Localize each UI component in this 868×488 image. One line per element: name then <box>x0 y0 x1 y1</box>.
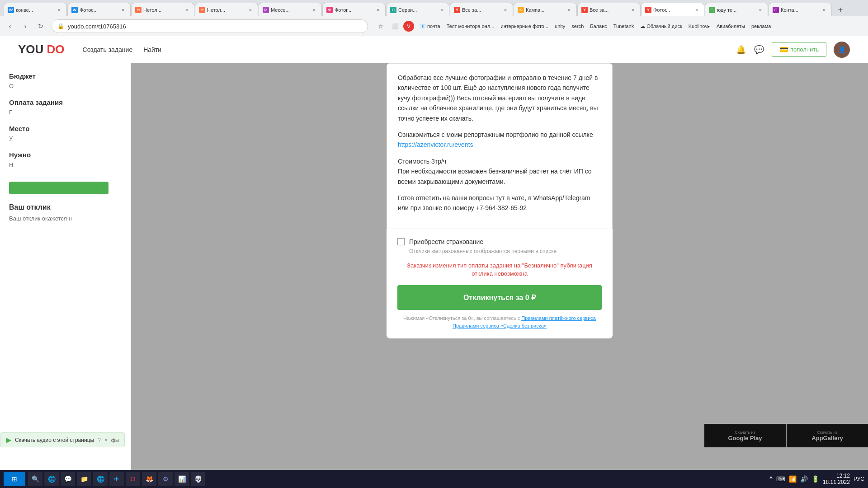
tab-label-10: Все за... <box>590 7 609 13</box>
taskbar-opera[interactable]: O <box>126 472 140 486</box>
tab-10[interactable]: Y Все за... × <box>577 3 641 16</box>
taskbar-discord[interactable]: ⚙ <box>158 472 173 486</box>
tray-keyboard[interactable]: ⌨ <box>776 475 785 483</box>
tray-chevron[interactable]: ^ <box>769 475 773 483</box>
reload-button[interactable]: ↻ <box>34 20 47 33</box>
create-task-link[interactable]: Создать задание <box>83 46 133 53</box>
taskbar-app1[interactable]: 📊 <box>175 472 189 486</box>
user-avatar[interactable]: 👤 <box>834 42 850 58</box>
find-link[interactable]: Найти <box>143 46 161 53</box>
portfolio-link[interactable]: https://azenvictor.ru/events <box>398 141 473 148</box>
tab-favicon-11: Y <box>645 7 651 13</box>
tab-close-1[interactable]: × <box>56 6 63 14</box>
taskbar-whatsapp[interactable]: 💬 <box>61 472 75 486</box>
tab-8[interactable]: Y Все за... × <box>450 3 513 16</box>
tab-close-3[interactable]: × <box>183 6 190 14</box>
taskbar-firefox[interactable]: 🦊 <box>142 472 156 486</box>
bookmark-mail[interactable]: 📧 почта <box>417 23 443 30</box>
taskbar-browser[interactable]: 🌐 <box>44 472 59 486</box>
messages-icon[interactable]: 💬 <box>754 44 764 55</box>
back-button[interactable]: ‹ <box>4 20 16 33</box>
youdo-logo[interactable]: YOU DO <box>18 42 65 56</box>
tab-2[interactable]: W Фотос... × <box>67 3 131 16</box>
tray-network[interactable]: 📶 <box>789 475 797 483</box>
bookmark-kuplinov[interactable]: Kuplinov▸ <box>686 23 713 30</box>
insurance-checkbox[interactable] <box>397 238 405 245</box>
budget-value: О <box>9 83 122 89</box>
tab-close-2[interactable]: × <box>119 6 127 14</box>
notifications-icon[interactable]: 🔔 <box>736 44 746 55</box>
response-modal: Обработаю все лучшие фотографии и отправ… <box>387 63 613 338</box>
taskbar-search[interactable]: 🔍 <box>28 472 42 486</box>
payment-value: Г <box>9 109 122 116</box>
tab-close-8[interactable]: × <box>502 6 509 14</box>
tab-11[interactable]: Y Фотог... × <box>641 3 704 16</box>
tab-6[interactable]: Ф Фотог... × <box>322 3 386 16</box>
bookmark-serch[interactable]: serch <box>569 23 586 30</box>
taskbar-app2[interactable]: 💀 <box>191 472 205 486</box>
terms-link1[interactable]: Правилами платёжного сервиса <box>521 315 596 321</box>
bookmark-cloud[interactable]: ☁ Облачный диск <box>637 23 685 30</box>
tab-label-8: Все за... <box>462 7 481 13</box>
tab-3[interactable]: Н Нетол... × <box>131 3 194 16</box>
browser-chrome: W конве... × W Фотос... × Н Нетол... × Н… <box>0 0 868 36</box>
tab-12[interactable]: G юду те... × <box>705 3 768 16</box>
tab-close-6[interactable]: × <box>374 6 382 14</box>
tab-1[interactable]: W конве... × <box>4 3 67 16</box>
audio-bar-close[interactable]: × <box>104 437 108 443</box>
your-response-title: Ваш отклик <box>9 203 122 211</box>
extensions-button[interactable]: ⬜ <box>389 20 401 33</box>
profile-button[interactable]: V <box>403 21 414 32</box>
audio-play-icon: ▶ <box>6 436 11 444</box>
address-bar[interactable]: 🔒 youdo.com/t10765316 <box>52 19 368 33</box>
tab-favicon-12: G <box>709 7 715 13</box>
bookmark-balance[interactable]: Баланс <box>587 23 609 30</box>
forward-button[interactable]: › <box>19 20 32 33</box>
tab-13[interactable]: C Конта... × <box>769 3 832 16</box>
tab-7[interactable]: С Серви... × <box>386 3 449 16</box>
tab-close-11[interactable]: × <box>693 6 700 14</box>
start-button[interactable]: ⊞ <box>4 472 25 486</box>
tab-close-4[interactable]: × <box>247 6 254 14</box>
terms-link2[interactable]: Правилами сервиса «Сделка без риска» <box>453 323 547 328</box>
tab-close-10[interactable]: × <box>629 6 637 14</box>
modal-para-4: Готов ответить на ваши вопросы тут в чат… <box>398 193 601 213</box>
taskbar-telegram[interactable]: ✈ <box>109 472 124 486</box>
insurance-row: Приобрести страхование <box>397 238 602 245</box>
new-tab-button[interactable]: + <box>834 4 847 16</box>
bookmark-unity[interactable]: unity <box>552 23 568 30</box>
bookmark-avia[interactable]: Авиабилеты <box>714 23 748 30</box>
tab-label-6: Фотог... <box>335 7 351 13</box>
modal-text-content[interactable]: Обработаю все лучшие фотографии и отправ… <box>387 63 613 229</box>
tab-close-12[interactable]: × <box>757 6 764 14</box>
tab-close-9[interactable]: × <box>566 6 573 14</box>
tab-close-5[interactable]: × <box>311 6 318 14</box>
replenish-button[interactable]: 💳 пополнить <box>772 42 826 57</box>
time-display: 12:12 <box>823 473 850 479</box>
sidebar-respond-button[interactable] <box>9 182 108 194</box>
bookmark-interior[interactable]: интерьерные фото... <box>498 23 551 30</box>
tab-4[interactable]: Н Нетол... × <box>195 3 258 16</box>
bookmark-test[interactable]: Тест монитора онл... <box>444 23 497 30</box>
your-response-section: Ваш отклик Ваш отклик окажется н <box>9 203 122 222</box>
tab-label-3: Нетол... <box>143 7 161 13</box>
taskbar-chrome[interactable]: 🌐 <box>93 472 108 486</box>
respond-main-button[interactable]: Откликнуться за 0 ₽ <box>397 285 602 310</box>
tab-9[interactable]: K Кампа... × <box>514 3 577 16</box>
tab-5[interactable]: M Мессе... × <box>259 3 322 16</box>
bookmark-reklama[interactable]: реклама <box>749 23 774 30</box>
taskbar-time[interactable]: 12:12 18.11.2022 <box>823 473 850 485</box>
language-display[interactable]: РУС <box>854 476 864 482</box>
tab-label-4: Нетол... <box>207 7 225 13</box>
tab-close-13[interactable]: × <box>821 6 828 14</box>
taskbar-explorer[interactable]: 📁 <box>77 472 91 486</box>
tray-sound[interactable]: 🔊 <box>800 475 808 483</box>
header-nav: Создать задание Найти <box>83 46 162 53</box>
tab-close-7[interactable]: × <box>438 6 445 14</box>
bookmark-tunetank[interactable]: Tunetank <box>611 23 637 30</box>
bookmark-star[interactable]: ☆ <box>374 20 387 33</box>
bookmarks-bar: 📧 почта Тест монитора онл... интерьерные… <box>417 23 864 30</box>
modal-para-2: Ознакомиться с моим репортажным портфоли… <box>398 130 601 150</box>
modal-para-1: Обработаю все лучшие фотографии и отправ… <box>398 73 601 123</box>
audio-download-bar[interactable]: ▶ Скачать аудио с этой страницы ? × фы <box>0 432 125 447</box>
